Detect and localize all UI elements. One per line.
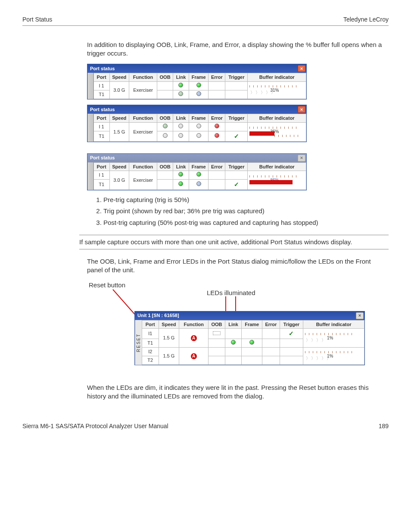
buffer-indicator: 36% [248, 122, 306, 141]
speed-cell: 1.5 G [159, 348, 179, 365]
trigger-cell [225, 90, 248, 99]
window-title: Unit 1 [SN : 61658] [137, 312, 179, 319]
checkmark-icon: ✓ [234, 181, 239, 188]
error-led [262, 329, 280, 339]
dim-led-paragraph: When the LEDs are dim, it indicates they… [87, 383, 386, 401]
frame-led [242, 329, 262, 339]
col-function: Function [179, 320, 209, 329]
leds-illuminated-label: LEDs illuminated [207, 289, 255, 297]
link-led [173, 90, 189, 99]
function-cell: Exerciser [129, 122, 157, 141]
close-icon[interactable]: × [298, 106, 305, 113]
col-trigger: Trigger [225, 114, 248, 122]
oob-led [157, 180, 173, 190]
frame-led [189, 82, 209, 90]
port-status-table: Port Speed Function OOB Link Frame Error… [93, 114, 306, 142]
header-left: Port Status [22, 16, 52, 24]
frame-led [189, 171, 209, 180]
error-led [209, 131, 225, 141]
table-row: I 1 3.0 G Exerciser 86% [93, 171, 306, 180]
col-error: Error [209, 162, 225, 171]
table-row: I 1 1.5 G Exerciser 36% [93, 122, 306, 131]
col-trigger: Trigger [280, 320, 303, 329]
col-error: Error [262, 320, 280, 329]
port-cell: T1 [93, 131, 109, 141]
trigger-cell [225, 171, 248, 180]
oob-led [157, 171, 173, 180]
error-led [262, 356, 280, 365]
reset-button-label: Reset button [89, 281, 125, 289]
analyzer-icon: A [191, 353, 197, 359]
link-led [225, 329, 242, 339]
col-port: Port [93, 114, 109, 122]
page-number: 189 [379, 422, 389, 430]
link-led [173, 171, 189, 180]
link-led [225, 348, 242, 356]
unit-status-window: Unit 1 [SN : 61658] × RESET Port Speed F… [134, 311, 365, 365]
error-led [262, 348, 280, 356]
col-frame: Frame [189, 162, 209, 171]
close-icon[interactable]: × [298, 65, 305, 72]
drag-handle[interactable] [87, 162, 93, 190]
col-error: Error [209, 73, 225, 82]
close-icon[interactable]: × [298, 155, 305, 162]
buffer-indicator: 31% 〉〉〉〉〉 [248, 82, 306, 99]
oob-led [209, 356, 225, 365]
col-function: Function [129, 114, 157, 122]
error-led [262, 339, 280, 348]
col-frame: Frame [242, 320, 262, 329]
speed-cell: 1.5 G [109, 122, 129, 141]
col-buffer: Buffer indicator [248, 114, 306, 122]
col-speed: Speed [109, 73, 129, 82]
error-led [209, 90, 225, 99]
checkmark-icon: ✓ [234, 133, 239, 140]
buffer-indicator: 1% 〉〉〉〉 [303, 329, 364, 348]
col-function: Function [129, 162, 157, 171]
speed-cell: 3.0 G [109, 82, 129, 99]
col-error: Error [209, 114, 225, 122]
reset-button[interactable]: RESET [135, 320, 142, 365]
link-led [225, 356, 242, 365]
frame-led [189, 90, 209, 99]
function-cell: Exerciser [129, 82, 157, 99]
col-frame: Frame [189, 114, 209, 122]
col-port: Port [93, 162, 109, 171]
port-cell: I 1 [93, 122, 109, 131]
col-frame: Frame [189, 73, 209, 82]
numbered-list: Pre-trig capturing (trig is 50%) Trig po… [96, 196, 386, 227]
intro-paragraph: In addition to displaying OOB, Link, Fra… [87, 40, 386, 58]
trigger-cell [280, 348, 303, 356]
port-cell: T1 [142, 339, 159, 348]
frame-led [242, 339, 262, 348]
col-trigger: Trigger [225, 162, 248, 171]
col-function: Function [129, 73, 157, 82]
led-paragraph: The OOB, Link, Frame and Error LEDs in t… [87, 257, 386, 275]
oob-led [157, 131, 173, 141]
oob-led [157, 82, 173, 90]
trigger-cell [225, 82, 248, 90]
port-status-table: Port Speed Function OOB Link Frame Error… [93, 73, 306, 99]
port-status-window-3: Port status × Port Speed Function OOB Li… [87, 153, 307, 191]
list-item: Post-trig capturing (50% post-trig was c… [103, 218, 386, 227]
trigger-cell [225, 122, 248, 131]
table-row: I2 1.5 G A 1% [142, 348, 364, 356]
close-icon[interactable]: × [356, 312, 364, 319]
port-status-window-2: Port status × Port Speed Function OOB Li… [87, 105, 307, 142]
port-cell: I 1 [93, 82, 109, 90]
header-right: Teledyne LeCroy [343, 16, 389, 24]
col-speed: Speed [109, 114, 129, 122]
col-oob: OOB [157, 162, 173, 171]
error-led [209, 122, 225, 131]
window-title: Port status [90, 106, 115, 113]
trigger-cell [280, 356, 303, 365]
buffer-indicator: 1% 〉〉〉〉〉 [303, 348, 364, 365]
drag-handle[interactable] [87, 114, 93, 142]
frame-led [242, 356, 262, 365]
port-cell: T1 [93, 180, 109, 190]
port-status-table: Port Speed Function OOB Link Frame Error… [93, 162, 306, 190]
port-cell: I 1 [93, 171, 109, 180]
trigger-cell [280, 339, 303, 348]
col-link: Link [173, 162, 189, 171]
error-led [209, 171, 225, 180]
drag-handle[interactable] [87, 73, 93, 99]
